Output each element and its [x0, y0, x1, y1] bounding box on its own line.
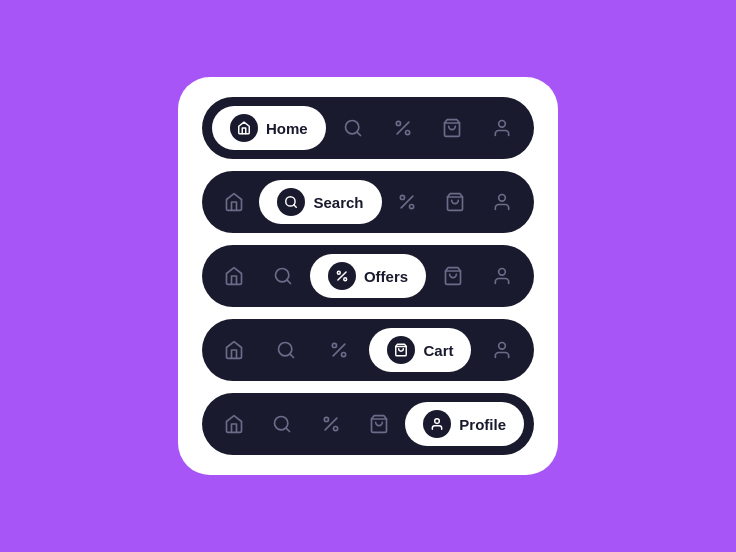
svg-line-16: [338, 272, 346, 280]
cart-icon: [442, 118, 462, 138]
svg-point-27: [499, 343, 506, 350]
svg-point-3: [396, 121, 400, 125]
cart-icon: [445, 192, 465, 212]
svg-line-2: [397, 122, 409, 134]
home-tab[interactable]: [212, 328, 256, 372]
svg-point-10: [400, 195, 404, 199]
cart-label: Cart: [423, 342, 453, 359]
user-icon: [492, 192, 512, 212]
percent-icon: [393, 118, 413, 138]
cart-tab[interactable]: [430, 106, 474, 150]
home-label: Home: [266, 120, 308, 137]
profile-tab[interactable]: [480, 328, 524, 372]
search-icon: [273, 266, 293, 286]
search-icon: [272, 414, 292, 434]
svg-point-20: [499, 269, 506, 276]
home-icon: [224, 340, 244, 360]
cart-tab[interactable]: [357, 402, 401, 446]
cart-active-icon: [394, 343, 408, 357]
search-tab[interactable]: [260, 402, 304, 446]
cart-tab[interactable]: [431, 254, 475, 298]
profile-nav-bar: Profile: [202, 393, 534, 455]
offers-tab[interactable]: [385, 180, 429, 224]
svg-line-29: [286, 428, 290, 432]
cart-icon: [369, 414, 389, 434]
home-icon: [224, 192, 244, 212]
user-icon: [492, 118, 512, 138]
percent-icon: [321, 414, 341, 434]
offers-tab[interactable]: [317, 328, 361, 372]
offers-tab[interactable]: [309, 402, 353, 446]
home-icon: [224, 266, 244, 286]
offers-tab-active[interactable]: Offers: [310, 254, 426, 298]
search-nav-bar: Search: [202, 171, 534, 233]
svg-line-1: [357, 132, 361, 136]
offers-tab[interactable]: [381, 106, 425, 150]
svg-point-25: [341, 353, 345, 357]
search-tab[interactable]: [264, 328, 308, 372]
search-active-icon: [284, 195, 298, 209]
svg-line-8: [294, 205, 297, 208]
home-tab-active[interactable]: Home: [212, 106, 326, 150]
search-label: Search: [313, 194, 363, 211]
user-icon: [492, 340, 512, 360]
svg-point-4: [405, 131, 409, 135]
percent-active-icon: [335, 269, 349, 283]
profile-tab-active[interactable]: Profile: [405, 402, 524, 446]
offers-icon-circle: [328, 262, 356, 290]
search-tab-active[interactable]: Search: [259, 180, 381, 224]
home-tab[interactable]: [212, 254, 256, 298]
svg-point-34: [435, 419, 440, 424]
cart-icon: [443, 266, 463, 286]
offers-nav-bar: Offers: [202, 245, 534, 307]
home-nav-bar: Home: [202, 97, 534, 159]
profile-icon-circle: [423, 410, 451, 438]
cart-tab-active[interactable]: Cart: [369, 328, 471, 372]
cart-icon-circle: [387, 336, 415, 364]
nav-card: Home: [178, 77, 558, 475]
profile-tab[interactable]: [480, 254, 524, 298]
search-icon: [276, 340, 296, 360]
svg-line-23: [333, 344, 345, 356]
cart-nav-bar: Cart: [202, 319, 534, 381]
home-icon-circle: [230, 114, 258, 142]
home-icon: [224, 414, 244, 434]
svg-line-9: [401, 196, 413, 208]
svg-point-13: [499, 195, 506, 202]
percent-icon: [329, 340, 349, 360]
svg-point-18: [344, 278, 347, 281]
search-tab[interactable]: [261, 254, 305, 298]
svg-point-17: [337, 271, 340, 274]
svg-point-6: [499, 121, 506, 128]
search-icon-circle: [277, 188, 305, 216]
home-tab[interactable]: [212, 402, 256, 446]
offers-label: Offers: [364, 268, 408, 285]
profile-tab[interactable]: [480, 106, 524, 150]
svg-point-24: [332, 343, 336, 347]
svg-point-11: [410, 205, 414, 209]
user-icon: [492, 266, 512, 286]
svg-line-22: [290, 354, 294, 358]
home-icon: [237, 121, 251, 135]
search-tab[interactable]: [331, 106, 375, 150]
svg-line-30: [325, 418, 337, 430]
profile-tab[interactable]: [480, 180, 524, 224]
svg-point-31: [324, 417, 328, 421]
svg-line-15: [287, 280, 291, 284]
cart-tab[interactable]: [433, 180, 477, 224]
percent-icon: [397, 192, 417, 212]
search-icon: [343, 118, 363, 138]
profile-label: Profile: [459, 416, 506, 433]
user-active-icon: [430, 417, 444, 431]
svg-point-32: [333, 427, 337, 431]
home-tab[interactable]: [212, 180, 256, 224]
